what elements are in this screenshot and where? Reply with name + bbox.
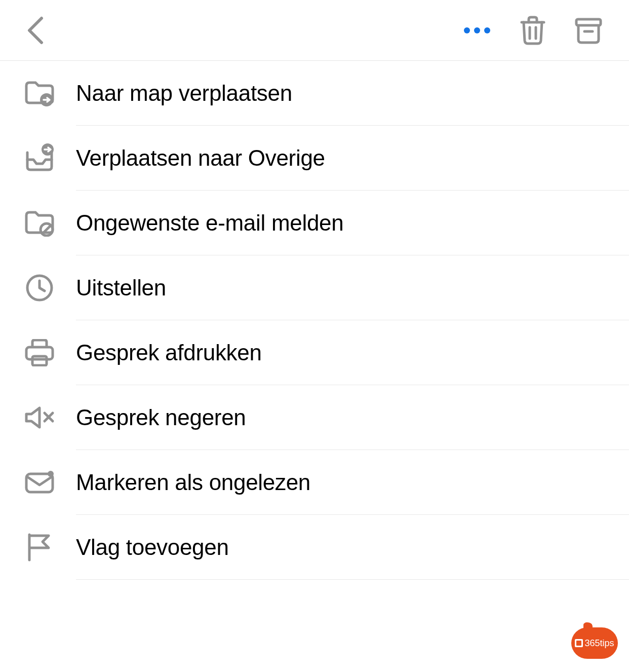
- folder-move-icon: [24, 78, 55, 108]
- mark-unread-icon: [24, 467, 55, 498]
- delete-button[interactable]: [513, 10, 553, 51]
- back-button[interactable]: [20, 15, 51, 46]
- menu-item-add-flag[interactable]: Vlag toevoegen: [0, 515, 629, 580]
- menu-label: Gesprek negeren: [76, 405, 246, 430]
- menu-item-print[interactable]: Gesprek afdrukken: [0, 320, 629, 385]
- menu-item-snooze[interactable]: Uitstellen: [0, 255, 629, 320]
- menu-label-wrap: Gesprek afdrukken: [76, 320, 629, 385]
- print-icon: [24, 338, 55, 368]
- menu-label: Verplaatsen naar Overige: [76, 145, 325, 171]
- menu-label: Vlag toevoegen: [76, 535, 229, 560]
- menu-label: Naar map verplaatsen: [76, 81, 292, 106]
- svg-rect-19: [576, 641, 581, 646]
- archive-button[interactable]: [568, 10, 609, 51]
- trash-icon: [519, 15, 547, 46]
- menu-label-wrap: Markeren als ongelezen: [76, 450, 629, 515]
- menu-item-ignore[interactable]: Gesprek negeren: [0, 385, 629, 450]
- menu-label-wrap: Gesprek negeren: [76, 385, 629, 450]
- menu-label-wrap: Vlag toevoegen: [76, 515, 629, 580]
- more-icon: [462, 26, 492, 34]
- svg-point-0: [464, 27, 470, 33]
- svg-rect-16: [26, 474, 53, 492]
- chevron-left-icon: [26, 16, 45, 45]
- menu-label-wrap: Naar map verplaatsen: [76, 61, 629, 126]
- brand-badge[interactable]: 365tips: [571, 627, 618, 659]
- menu-item-move-to-other[interactable]: Verplaatsen naar Overige: [0, 126, 629, 191]
- actions-menu: Naar map verplaatsen Verplaatsen naar Ov…: [0, 61, 629, 580]
- menu-label-wrap: Ongewenste e-mail melden: [76, 191, 629, 255]
- menu-item-mark-unread[interactable]: Markeren als ongelezen: [0, 450, 629, 515]
- svg-point-17: [48, 471, 54, 477]
- header-bar: [0, 0, 629, 61]
- mute-icon: [24, 402, 55, 433]
- svg-rect-13: [32, 356, 47, 365]
- office-logo-icon: [575, 639, 583, 647]
- menu-label-wrap: Uitstellen: [76, 255, 629, 320]
- archive-icon: [574, 16, 603, 45]
- move-to-other-icon: [24, 143, 55, 173]
- clock-icon: [24, 273, 55, 303]
- report-junk-icon: [24, 208, 55, 238]
- menu-label-wrap: Verplaatsen naar Overige: [76, 126, 629, 191]
- more-button[interactable]: [457, 10, 497, 51]
- menu-label: Ongewenste e-mail melden: [76, 210, 343, 236]
- flag-icon: [24, 532, 55, 563]
- menu-item-move-to-folder[interactable]: Naar map verplaatsen: [0, 61, 629, 126]
- badge-text: 365tips: [584, 638, 614, 649]
- svg-point-1: [474, 27, 480, 33]
- svg-point-2: [484, 27, 490, 33]
- menu-item-report-junk[interactable]: Ongewenste e-mail melden: [0, 191, 629, 255]
- svg-rect-5: [576, 19, 601, 25]
- menu-label: Uitstellen: [76, 275, 166, 301]
- menu-label: Markeren als ongelezen: [76, 470, 310, 495]
- menu-label: Gesprek afdrukken: [76, 340, 262, 365]
